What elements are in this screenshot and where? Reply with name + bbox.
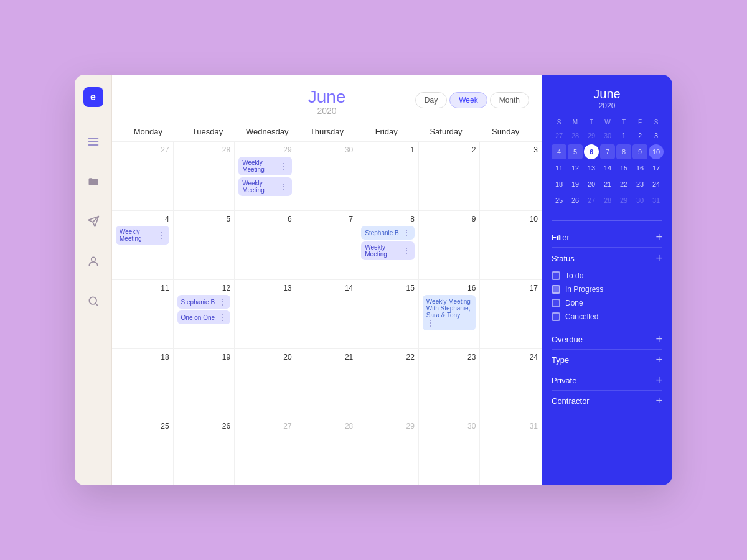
mini-cal-day[interactable]: 27 bbox=[552, 128, 566, 143]
calendar-cell[interactable]: 27 bbox=[112, 142, 174, 210]
event-menu-icon[interactable]: ⋮ bbox=[402, 228, 411, 237]
calendar-event[interactable]: Weekly Meeting With Stephanie, Sara & To… bbox=[423, 295, 476, 330]
filter-header-row[interactable]: Filter + bbox=[552, 227, 662, 248]
overdue-row[interactable]: Overdue + bbox=[552, 329, 662, 350]
private-row[interactable]: Private + bbox=[552, 370, 662, 391]
calendar-cell[interactable]: 7 bbox=[296, 211, 358, 279]
calendar-cell[interactable]: 4Weekly Meeting⋮ bbox=[112, 211, 174, 279]
mini-cal-day[interactable]: 26 bbox=[568, 193, 583, 208]
mini-cal-day[interactable]: 7 bbox=[600, 144, 615, 159]
status-todo[interactable]: To do bbox=[552, 269, 662, 282]
mini-cal-day[interactable]: 30 bbox=[600, 128, 615, 143]
sidebar-item-folder[interactable] bbox=[82, 170, 105, 193]
mini-cal-day[interactable]: 9 bbox=[632, 144, 647, 159]
mini-cal-day[interactable]: 12 bbox=[568, 161, 583, 175]
calendar-event[interactable]: Stephanie B⋮ bbox=[177, 295, 231, 309]
calendar-cell[interactable]: 6 bbox=[235, 211, 296, 279]
in-progress-checkbox[interactable] bbox=[552, 285, 560, 294]
calendar-event[interactable]: Weekly Meeting⋮ bbox=[116, 226, 169, 245]
calendar-cell[interactable]: 30 bbox=[419, 418, 481, 485]
done-checkbox[interactable] bbox=[552, 299, 560, 307]
calendar-cell[interactable]: 12Stephanie B⋮One on One⋮ bbox=[174, 280, 235, 348]
mini-cal-day[interactable]: 11 bbox=[552, 161, 566, 175]
status-in-progress[interactable]: In Progress bbox=[552, 282, 662, 296]
mini-cal-day[interactable]: 29 bbox=[584, 128, 599, 143]
calendar-cell[interactable]: 26 bbox=[174, 418, 235, 485]
sidebar-item-search[interactable] bbox=[82, 290, 105, 312]
cancelled-checkbox[interactable] bbox=[552, 312, 560, 321]
calendar-cell[interactable]: 9 bbox=[419, 211, 481, 279]
mini-cal-day[interactable]: 14 bbox=[600, 161, 615, 175]
calendar-cell[interactable]: 15 bbox=[357, 280, 419, 348]
event-menu-icon[interactable]: ⋮ bbox=[280, 162, 288, 170]
view-day-button[interactable]: Day bbox=[415, 92, 447, 108]
mini-cal-day[interactable]: 21 bbox=[600, 177, 615, 192]
status-cancelled[interactable]: Cancelled bbox=[552, 310, 662, 324]
calendar-cell[interactable]: 14 bbox=[296, 280, 358, 348]
calendar-cell[interactable]: 27 bbox=[235, 418, 296, 485]
mini-cal-day[interactable]: 5 bbox=[568, 144, 583, 159]
mini-cal-day[interactable]: 25 bbox=[552, 193, 566, 208]
mini-cal-day[interactable]: 28 bbox=[568, 128, 583, 143]
mini-cal-day[interactable]: 23 bbox=[632, 177, 647, 192]
calendar-cell[interactable]: 22 bbox=[357, 349, 419, 418]
calendar-cell[interactable]: 31 bbox=[480, 418, 542, 485]
calendar-cell[interactable]: 28 bbox=[174, 142, 235, 210]
calendar-cell[interactable]: 29 bbox=[357, 418, 419, 485]
calendar-cell[interactable]: 16Weekly Meeting With Stephanie, Sara & … bbox=[419, 280, 481, 348]
status-header[interactable]: Status + bbox=[552, 253, 662, 269]
view-week-button[interactable]: Week bbox=[449, 92, 487, 108]
mini-cal-day[interactable]: 19 bbox=[568, 177, 583, 192]
calendar-cell[interactable]: 29Weekly Meeting⋮Weekly Meeting⋮ bbox=[235, 142, 296, 210]
mini-cal-day[interactable]: 15 bbox=[616, 161, 631, 175]
calendar-cell[interactable]: 2 bbox=[419, 142, 481, 210]
calendar-cell[interactable]: 10 bbox=[480, 211, 542, 279]
app-logo[interactable]: e bbox=[83, 87, 103, 107]
calendar-cell[interactable]: 21 bbox=[296, 349, 358, 418]
mini-cal-day[interactable]: 4 bbox=[552, 144, 566, 159]
event-menu-icon[interactable]: ⋮ bbox=[218, 313, 227, 322]
type-row[interactable]: Type + bbox=[552, 350, 662, 370]
calendar-event[interactable]: Stephanie B⋮ bbox=[361, 226, 415, 240]
mini-cal-day[interactable]: 20 bbox=[584, 177, 599, 192]
mini-cal-day[interactable]: 22 bbox=[616, 177, 631, 192]
event-menu-icon[interactable]: ⋮ bbox=[218, 297, 227, 306]
calendar-cell[interactable]: 23 bbox=[419, 349, 481, 418]
contractor-row[interactable]: Contractor + bbox=[552, 391, 662, 411]
mini-cal-day[interactable]: 10 bbox=[649, 144, 664, 159]
mini-cal-day[interactable]: 8 bbox=[616, 144, 631, 159]
calendar-cell[interactable]: 18 bbox=[112, 349, 174, 418]
mini-cal-day[interactable]: 16 bbox=[632, 161, 647, 175]
calendar-cell[interactable]: 17 bbox=[480, 280, 542, 348]
calendar-cell[interactable]: 24 bbox=[480, 349, 542, 418]
mini-cal-day[interactable]: 13 bbox=[584, 161, 599, 175]
mini-cal-day[interactable]: 28 bbox=[600, 193, 615, 208]
view-month-button[interactable]: Month bbox=[490, 92, 529, 108]
calendar-cell[interactable]: 19 bbox=[174, 349, 235, 418]
calendar-event[interactable]: Weekly Meeting⋮ bbox=[238, 157, 292, 175]
calendar-event[interactable]: Weekly Meeting⋮ bbox=[361, 241, 415, 260]
calendar-cell[interactable]: 30 bbox=[296, 142, 358, 210]
event-menu-icon[interactable]: ⋮ bbox=[402, 246, 411, 255]
event-menu-icon[interactable]: ⋮ bbox=[280, 182, 288, 191]
mini-cal-day[interactable]: 1 bbox=[616, 128, 631, 143]
calendar-cell[interactable]: 8Stephanie B⋮Weekly Meeting⋮ bbox=[357, 211, 419, 279]
sidebar-item-person[interactable] bbox=[82, 250, 105, 273]
status-done[interactable]: Done bbox=[552, 296, 662, 310]
calendar-cell[interactable]: 11 bbox=[112, 280, 174, 348]
mini-cal-day[interactable]: 6 bbox=[584, 144, 599, 159]
mini-cal-day[interactable]: 30 bbox=[632, 193, 647, 208]
mini-cal-day[interactable]: 17 bbox=[649, 161, 664, 175]
mini-cal-day[interactable]: 18 bbox=[552, 177, 566, 192]
calendar-cell[interactable]: 28 bbox=[296, 418, 358, 485]
calendar-cell[interactable]: 25 bbox=[112, 418, 174, 485]
mini-cal-day[interactable]: 31 bbox=[649, 193, 664, 208]
todo-checkbox[interactable] bbox=[552, 271, 560, 280]
mini-cal-day[interactable]: 27 bbox=[584, 193, 599, 208]
sidebar-item-list[interactable] bbox=[82, 131, 105, 153]
calendar-cell[interactable]: 20 bbox=[235, 349, 296, 418]
calendar-cell[interactable]: 13 bbox=[235, 280, 296, 348]
mini-cal-day[interactable]: 29 bbox=[616, 193, 631, 208]
mini-cal-day[interactable]: 24 bbox=[649, 177, 664, 192]
calendar-event[interactable]: Weekly Meeting⋮ bbox=[238, 177, 292, 196]
